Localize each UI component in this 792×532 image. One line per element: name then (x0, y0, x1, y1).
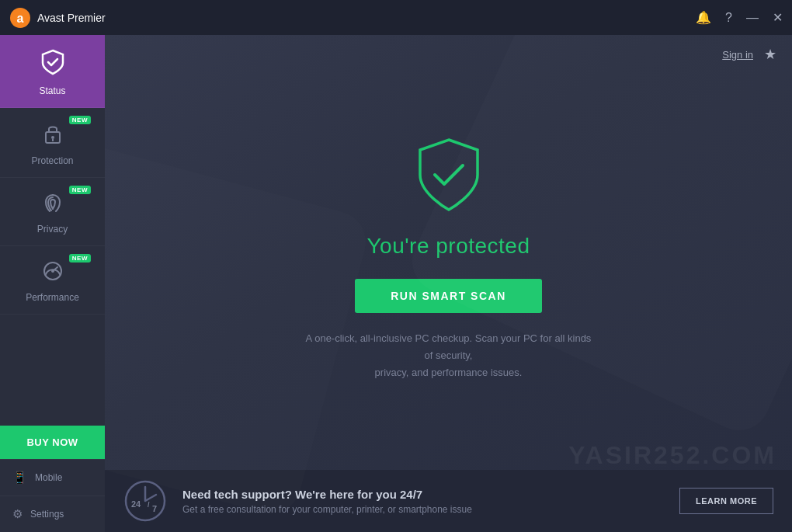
sidebar-item-mobile[interactable]: 📱 Mobile (0, 459, 105, 495)
sidebar-item-mobile-label: Mobile (35, 472, 62, 483)
learn-more-button[interactable]: LEARN MORE (679, 488, 773, 514)
svg-text:7: 7 (152, 504, 157, 513)
favorites-star-icon[interactable]: ★ (764, 46, 776, 63)
protection-new-badge: NEW (69, 116, 91, 124)
scan-description-line1: A one-click, all-inclusive PC checkup. S… (306, 332, 592, 361)
support-247-icon: 24 / 7 (123, 479, 167, 523)
minimize-icon[interactable]: — (746, 11, 759, 25)
sidebar-item-protection-label: Protection (31, 155, 73, 166)
sidebar-item-privacy[interactable]: NEW Privacy (0, 178, 105, 246)
scan-description: A one-click, all-inclusive PC checkup. S… (301, 330, 596, 381)
notification-icon[interactable]: 🔔 (696, 10, 711, 25)
titlebar: a Avast Premier 🔔 ? — ✕ (0, 0, 792, 35)
window-controls: 🔔 ? — ✕ (696, 10, 783, 25)
privacy-new-badge: NEW (69, 186, 91, 194)
performance-new-badge: NEW (69, 254, 91, 263)
support-subtitle: Get a free consultation for your compute… (182, 504, 664, 515)
sidebar-item-status-label: Status (39, 85, 65, 96)
main-layout: Status NEW Protection NEW (0, 35, 792, 532)
svg-text:24: 24 (131, 499, 141, 509)
sidebar-item-performance-label: Performance (26, 292, 79, 303)
support-title: Need tech support? We're here for you 24… (182, 488, 664, 501)
app-title: Avast Premier (37, 12, 696, 24)
scan-description-line2: privacy, and performance issues. (375, 367, 523, 378)
avast-logo: a (9, 7, 31, 29)
sidebar-item-performance[interactable]: NEW Performance (0, 246, 105, 315)
sidebar-item-settings[interactable]: ⚙ Settings (0, 495, 105, 532)
svg-point-3 (51, 136, 54, 139)
sidebar-item-settings-label: Settings (30, 509, 64, 520)
status-shield-icon (41, 49, 64, 81)
svg-text:/: / (148, 501, 150, 509)
protection-lock-icon (43, 122, 63, 151)
mobile-icon: 📱 (12, 471, 27, 485)
help-icon[interactable]: ? (725, 11, 732, 25)
run-smart-scan-button[interactable]: RUN SMART SCAN (355, 279, 542, 313)
sidebar-item-status[interactable]: Status (0, 35, 105, 108)
sign-in-link[interactable]: Sign in (722, 49, 753, 61)
main-content: Sign in ★ You're protected RUN SMART SCA… (105, 35, 792, 532)
close-icon[interactable]: ✕ (773, 10, 783, 25)
sidebar-bottom: BUY NOW 📱 Mobile ⚙ Settings (0, 426, 105, 532)
shield-container (414, 136, 484, 217)
protected-status-text: You're protected (366, 234, 530, 259)
content-topbar: Sign in ★ (105, 35, 792, 71)
sidebar-item-privacy-label: Privacy (37, 224, 68, 235)
svg-text:a: a (17, 12, 24, 25)
support-bar: 24 / 7 Need tech support? We're here for… (105, 470, 792, 532)
privacy-fingerprint-icon (42, 192, 64, 219)
buy-now-button[interactable]: BUY NOW (0, 426, 105, 459)
performance-gauge-icon (42, 260, 64, 287)
sidebar: Status NEW Protection NEW (0, 35, 105, 532)
support-text: Need tech support? We're here for you 24… (182, 488, 664, 515)
sidebar-item-protection[interactable]: NEW Protection (0, 108, 105, 178)
content-center: You're protected RUN SMART SCAN A one-cl… (105, 71, 792, 470)
protected-shield-icon (414, 136, 484, 214)
svg-point-7 (51, 269, 54, 273)
settings-icon: ⚙ (12, 507, 23, 521)
